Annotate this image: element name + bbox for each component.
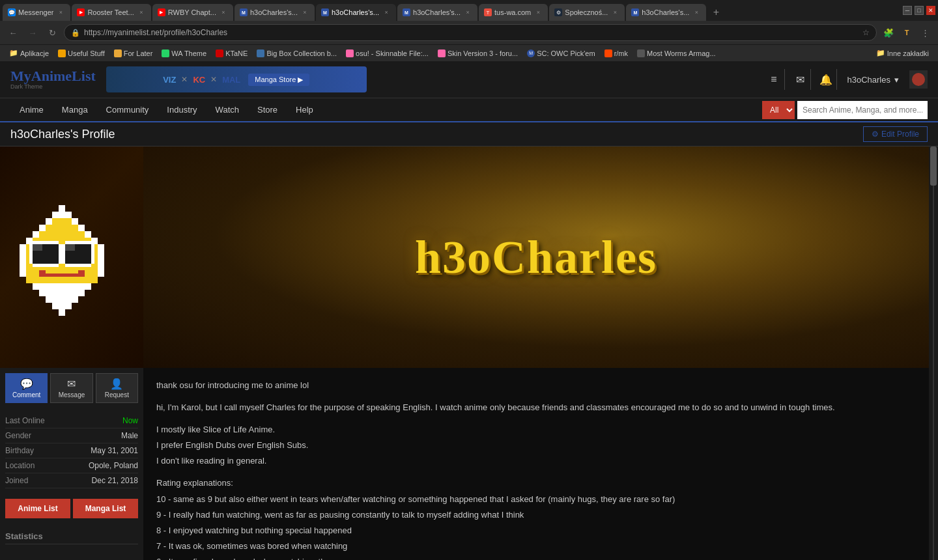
star-icon[interactable]: ☆ [862,28,870,37]
message-icon: ✉ [67,378,76,390]
tab-mal2-active[interactable]: M h3oCharles's... × [316,4,396,21]
bookmarks-bar: 📁 Aplikacje Useful Stuff For Later WA Th… [0,44,938,61]
url-bar[interactable]: 🔒 https://myanimelist.net/profile/h3oCha… [64,24,877,41]
tab-close-mal3[interactable]: × [463,8,472,17]
last-online-label: Last Online [5,416,45,425]
extensions-button[interactable]: 🧩 [881,25,896,40]
nav-industry[interactable]: Industry [158,98,206,121]
bookmark-rmk[interactable]: r/mk [601,48,632,59]
bio-reading: I don't like reading in general. [156,454,916,468]
tab-messenger[interactable]: 💬 Messenger × [3,4,70,21]
profile-sidebar: 💬 Comment ✉ Message 👤 Request Last Onlin… [0,147,143,560]
nav-manga[interactable]: Manga [53,98,97,121]
tab-close-rooster[interactable]: × [137,8,146,17]
svg-rect-9 [20,251,26,277]
tab-close-tuswa[interactable]: × [533,8,543,17]
bookmark-favicon [114,49,122,57]
search-filter-select[interactable]: All [762,101,795,119]
tab-mal1[interactable]: M h3oCharles's... × [234,4,315,21]
refresh-button[interactable]: ↻ [44,25,60,40]
maximize-button[interactable]: □ [915,6,924,15]
mal-logo[interactable]: MyAnimeList Dark Theme [10,69,96,90]
notifications-button[interactable]: 🔔 [816,69,837,90]
bio-dubs: I prefer English Dubs over English Subs. [156,438,916,453]
tab-close-mal2[interactable]: × [382,8,391,17]
manga-list-button[interactable]: Manga List [73,499,138,518]
back-button[interactable]: ← [5,25,21,40]
nav-store[interactable]: Store [248,98,287,121]
bookmark-aplikacje[interactable]: 📁 Aplikacje [5,48,53,59]
avatar-container [0,147,143,368]
bookmark-label: Skin Version 3 - foru... [448,49,518,57]
birthday-label: Birthday [5,446,34,455]
mal-header: MyAnimeList Dark Theme VIZ ✕ KC ✕ MAL Ma… [0,61,938,98]
birthday-value: May 31, 2001 [91,446,138,455]
user-avatar[interactable] [909,70,928,89]
request-icon: 👤 [110,378,123,390]
bookmark-sc-owc[interactable]: M SC: OWC Pick'em [523,48,599,59]
bookmark-osu[interactable]: osu! - Skinnable File:... [342,48,433,59]
tab-close-messenger[interactable]: × [56,8,65,17]
mal-website: MyAnimeList Dark Theme VIZ ✕ KC ✕ MAL Ma… [0,61,938,560]
manga-store-button[interactable]: Manga Store ▶ [248,74,309,86]
bookmark-useful-stuff[interactable]: Useful Stuff [54,48,109,59]
tab-rwby[interactable]: ▶ RWBY Chapt... × [152,4,233,21]
svg-rect-10 [98,251,104,277]
tab-mal3[interactable]: M h3oCharles's... × [397,4,477,21]
svg-rect-37 [33,264,59,267]
tab-mal4[interactable]: M h3oCharles's... × [626,4,706,21]
nav-help[interactable]: Help [287,98,322,121]
nav-anime[interactable]: Anime [10,98,53,121]
message-button[interactable]: ✉ Message [50,373,92,403]
bookmark-for-later[interactable]: For Later [110,48,157,59]
tab-close-rwby[interactable]: × [219,8,228,17]
anime-list-button[interactable]: Anime List [5,499,70,518]
nav-community[interactable]: Community [97,98,158,121]
scroll-thumb[interactable] [930,147,937,186]
tab-tuswa[interactable]: T tus-wa.com × [479,4,548,21]
svg-rect-35 [33,241,59,244]
gear-icon: ⚙ [872,130,879,139]
bio-rating-header: Rating explanations: [156,476,916,490]
user-menu-button[interactable]: h3oCharles ▾ [842,72,905,87]
banner-username: h3oCharles [415,231,657,285]
bookmark-label: Inne zakładki [887,49,929,57]
bio-rating-8: 8 - I enjoyed watching but nothing speci… [156,524,916,538]
bookmark-big-box[interactable]: Big Box Collection b... [253,48,341,59]
svg-rect-40 [59,244,65,264]
bookmark-skin[interactable]: Skin Version 3 - foru... [434,48,522,59]
svg-rect-26 [52,218,72,225]
list-icon-button[interactable]: ≡ [764,69,785,90]
nav-watch[interactable]: Watch [206,98,248,121]
scrollbar[interactable] [929,147,938,560]
mail-icon-button[interactable]: ✉ [790,69,811,90]
new-tab-button[interactable]: + [707,4,724,21]
bookmark-label: For Later [124,49,153,57]
title-bar: 💬 Messenger × ▶ Rooster Teet... × ▶ RWBY… [0,0,938,21]
tab-favicon-mal2: M [321,8,329,16]
request-button[interactable]: 👤 Request [96,373,138,403]
tab-close-mal4[interactable]: × [692,8,701,17]
bookmark-inne[interactable]: 📁 Inne zakładki [872,48,933,59]
bookmark-most-worms[interactable]: Most Worms Armag... [633,48,720,59]
settings-button[interactable]: ⋮ [917,25,933,40]
mal-banner-ad[interactable]: VIZ ✕ KC ✕ MAL Manga Store ▶ [106,66,367,92]
tab-steam[interactable]: ⚙ Społecznoś... × [549,4,625,21]
forward-button[interactable]: → [25,25,40,40]
tab-rooster[interactable]: ▶ Rooster Teet... × [72,4,150,21]
minimize-button[interactable]: ─ [903,6,912,15]
bookmark-favicon [58,49,66,57]
svg-rect-33 [46,273,78,277]
profile-button[interactable]: T [899,25,915,40]
tab-close-steam[interactable]: × [610,8,619,17]
tab-title-rwby: RWBY Chapt... [168,8,216,16]
edit-profile-button[interactable]: ⚙ Edit Profile [863,126,928,142]
gender-row: Gender Male [5,428,138,443]
close-button[interactable]: ✕ [926,6,935,15]
search-input[interactable] [797,101,928,119]
comment-button[interactable]: 💬 Comment [5,373,48,403]
tab-close-mal1[interactable]: × [300,8,309,17]
bookmark-ktane[interactable]: KTaNE [212,48,251,59]
svg-rect-24 [39,231,85,238]
bookmark-wa-theme[interactable]: WA Theme [158,48,210,59]
